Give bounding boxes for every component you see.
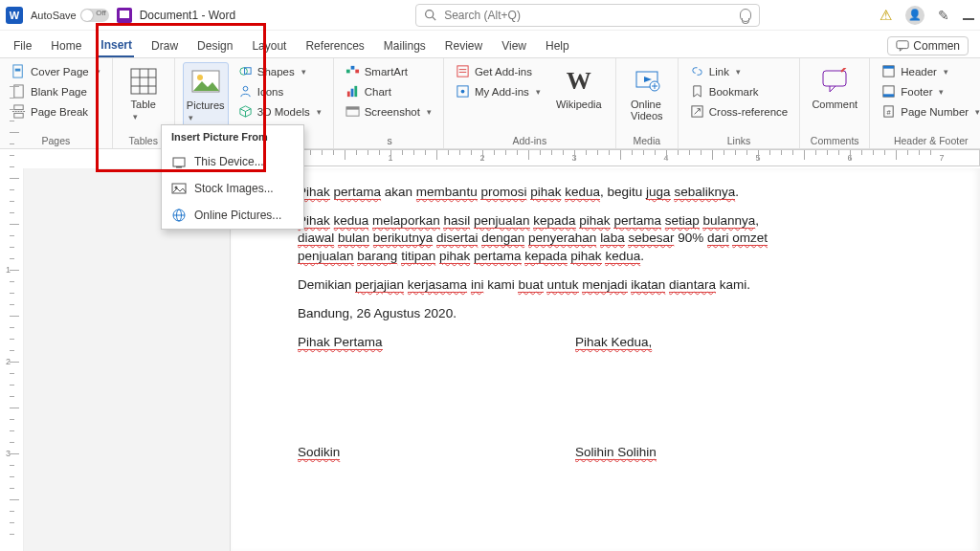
tab-view[interactable]: View <box>500 35 528 56</box>
bookmark-button[interactable]: Bookmark <box>686 82 791 100</box>
group-pages: Cover Page▾ Blank Page Page Break Pages <box>0 58 113 148</box>
sig2-name: Solihin Solihin <box>575 445 657 460</box>
dropdown-online-pictures[interactable]: Online Pictures... <box>162 202 303 229</box>
tab-insert[interactable]: Insert <box>99 34 134 57</box>
svg-text:#: # <box>887 108 892 117</box>
svg-point-0 <box>426 11 434 18</box>
vertical-ruler[interactable]: 123 <box>0 168 24 551</box>
tab-layout[interactable]: Layout <box>250 35 288 56</box>
group-smartart: SmartArt Chart Screenshot▾ s <box>334 58 444 148</box>
mic-icon[interactable] <box>740 9 751 22</box>
document-title: Document1 - Word <box>140 9 235 22</box>
svg-rect-35 <box>823 71 846 86</box>
horizontal-ruler[interactable]: 1234567 <box>292 149 980 166</box>
online-videos-button[interactable]: Online Videos <box>624 62 670 125</box>
ink-icon[interactable]: ✎ <box>938 8 949 23</box>
autosave-label: AutoSave <box>31 10 77 21</box>
tab-help[interactable]: Help <box>544 35 571 56</box>
footer-button[interactable]: Footer▾ <box>878 82 980 100</box>
signature-names[interactable]: Sodikin Solihin Solihin <box>298 444 947 461</box>
comments-button[interactable]: Commen <box>887 36 969 55</box>
table-button[interactable]: Table▾ <box>121 62 167 125</box>
svg-rect-4 <box>15 69 21 72</box>
tab-references[interactable]: References <box>303 35 366 56</box>
svg-rect-20 <box>350 66 354 70</box>
autosave-switch[interactable]: Off <box>80 9 109 22</box>
svg-point-31 <box>461 90 465 94</box>
my-addins-button[interactable]: My Add-ins▾ <box>452 82 545 100</box>
paragraph-3[interactable]: Demikian perjajian kerjasama ini kami bu… <box>298 276 947 294</box>
document-area: 123 Pihak pertama akan membantu promosi … <box>0 168 980 551</box>
warning-icon[interactable]: ⚠ <box>880 7 892 24</box>
cross-reference-button[interactable]: Cross-reference <box>686 102 791 121</box>
titlebar: W AutoSave Off Document1 - Word Search (… <box>0 0 980 31</box>
icons-button[interactable]: Icons <box>234 82 325 100</box>
dropdown-stock-images[interactable]: Stock Images... <box>162 175 303 202</box>
ruler-row: 1234567 <box>0 149 980 168</box>
cover-page-button[interactable]: Cover Page▾ <box>8 62 104 80</box>
screenshot-button[interactable]: Screenshot▾ <box>342 102 435 121</box>
group-links: Link▾ Bookmark Cross-reference Links <box>679 58 800 148</box>
tab-review[interactable]: Review <box>443 35 484 56</box>
page-break-button[interactable]: Page Break <box>8 102 104 121</box>
pictures-button[interactable]: Pictures▾ <box>183 62 229 127</box>
group-addins: Get Add-ins My Add-ins▾ W Wikipedia Add-… <box>444 58 616 148</box>
svg-rect-23 <box>350 89 353 97</box>
group-media: Online Videos Media <box>616 58 679 148</box>
svg-rect-9 <box>131 69 156 94</box>
svg-rect-2 <box>897 41 908 49</box>
paragraph-4[interactable]: Bandung, 26 Agustus 2020. <box>298 305 947 322</box>
signature-titles[interactable]: Pihak Pertama Pihak Kedua, <box>298 334 947 351</box>
svg-point-15 <box>197 75 203 80</box>
svg-rect-55 <box>173 158 185 166</box>
tab-home[interactable]: Home <box>49 35 83 56</box>
svg-rect-27 <box>457 66 468 77</box>
get-addins-button[interactable]: Get Add-ins <box>452 62 545 80</box>
svg-rect-24 <box>354 86 357 97</box>
dropdown-header: Insert Picture From <box>162 125 303 148</box>
svg-rect-26 <box>346 107 359 110</box>
dropdown-this-device[interactable]: This Device... <box>162 148 303 175</box>
blank-page-button[interactable]: Blank Page <box>8 82 104 100</box>
tab-file[interactable]: File <box>11 35 33 56</box>
group-label-media: Media <box>624 133 670 148</box>
autosave-toggle[interactable]: AutoSave Off <box>31 9 109 22</box>
3d-models-button[interactable]: 3D Models▾ <box>234 102 325 121</box>
smartart-button[interactable]: SmartArt <box>342 62 435 80</box>
page-canvas[interactable]: Pihak pertama akan membantu promosi piha… <box>230 168 980 551</box>
svg-line-1 <box>433 17 435 20</box>
group-label-addins: Add-ins <box>452 133 608 148</box>
tab-design[interactable]: Design <box>195 35 234 56</box>
svg-rect-38 <box>883 66 894 69</box>
group-comments: Comment Comments <box>800 58 870 148</box>
link-button[interactable]: Link▾ <box>686 62 791 80</box>
comments-label: Commen <box>913 39 960 53</box>
word-app-icon: W <box>6 7 23 24</box>
group-label-pages: Pages <box>8 133 104 148</box>
sig1-name: Sodikin <box>298 445 340 460</box>
svg-rect-19 <box>346 70 350 74</box>
page-number-button[interactable]: # Page Number▾ <box>878 102 980 121</box>
save-icon[interactable] <box>117 8 132 23</box>
comment-button[interactable]: Comment <box>808 62 861 114</box>
paragraph-1[interactable]: Pihak pertama akan membantu promosi piha… <box>298 184 947 201</box>
sig1-title: Pihak Pertama <box>298 335 383 350</box>
tab-draw[interactable]: Draw <box>149 35 180 56</box>
titlebar-right: ⚠ 👤 ✎ <box>880 6 974 25</box>
chart-button[interactable]: Chart <box>342 82 435 100</box>
paragraph-2[interactable]: Pihak kedua melaporkan hasil penjualan k… <box>298 212 947 265</box>
group-label-tables: Tables <box>121 133 167 148</box>
svg-rect-40 <box>883 94 894 97</box>
account-avatar[interactable]: 👤 <box>905 6 924 25</box>
header-button[interactable]: Header▾ <box>878 62 980 80</box>
window-minimize[interactable] <box>963 11 974 20</box>
search-placeholder: Search (Alt+Q) <box>444 9 521 22</box>
group-headerfooter: Header▾ Footer▾ # Page Number▾ Header & … <box>870 58 980 148</box>
group-label-links: Links <box>686 133 791 148</box>
tab-mailings[interactable]: Mailings <box>382 35 428 56</box>
shapes-button[interactable]: Shapes▾ <box>234 62 325 80</box>
wikipedia-button[interactable]: W Wikipedia <box>550 62 608 114</box>
search-input[interactable]: Search (Alt+Q) <box>415 4 760 27</box>
group-label-hf: Header & Footer <box>878 133 980 148</box>
svg-rect-21 <box>355 70 359 74</box>
